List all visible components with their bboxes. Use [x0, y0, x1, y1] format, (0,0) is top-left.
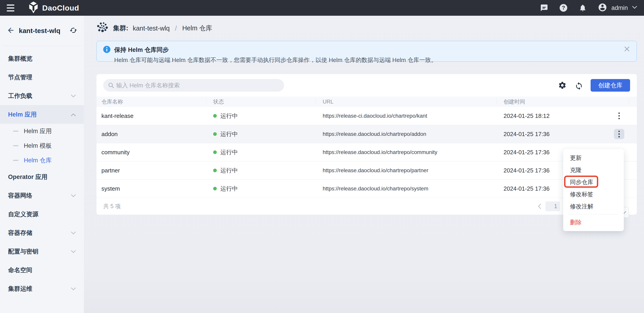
- chevron-down-icon: [71, 285, 76, 292]
- back-arrow-icon[interactable]: [7, 26, 15, 35]
- user-menu[interactable]: admin: [598, 3, 637, 13]
- table-row[interactable]: system 运行中 https://release.daocloud.io/c…: [96, 180, 637, 198]
- repo-url: https://release.daocloud.io/chartrepo/sy…: [316, 185, 497, 192]
- create-repo-button[interactable]: 创建仓库: [590, 79, 630, 92]
- menu-item-edit-annotations[interactable]: 修改注解: [563, 200, 624, 212]
- breadcrumb-separator: /: [174, 25, 178, 32]
- table-row[interactable]: kant-release 运行中 https://release-ci.daoc…: [96, 107, 637, 125]
- menu-item-edit-labels[interactable]: 修改标签: [563, 188, 624, 200]
- sidebar-item-cluster-ops[interactable]: 集群运维: [0, 279, 84, 298]
- sidebar-item-operator-apps[interactable]: Operator 应用: [0, 167, 84, 186]
- breadcrumb-cluster[interactable]: kant-test-wlq: [133, 25, 170, 32]
- column-header-actions: [609, 99, 629, 105]
- chevron-down-icon: [632, 6, 637, 10]
- close-icon[interactable]: [623, 45, 631, 53]
- sidebar-item-namespaces[interactable]: 命名空间: [0, 261, 84, 279]
- sidebar-item-node-management[interactable]: 节点管理: [0, 68, 84, 87]
- column-header-created: 创建时间: [497, 99, 609, 105]
- brand: DaoCloud: [28, 2, 79, 14]
- daocloud-console: DaoCloud ? admin: [0, 0, 644, 313]
- status-dot: [213, 150, 217, 154]
- status-badge: 运行中: [220, 167, 238, 174]
- menu-item-update[interactable]: 更新: [563, 152, 624, 164]
- sidebar-header: kant-test-wlq: [0, 16, 84, 46]
- created-time: 2024-01-25 17:36: [497, 131, 609, 138]
- status-dot: [213, 114, 217, 118]
- svg-text:?: ?: [562, 5, 565, 11]
- repo-url: https://release.daocloud.io/chartrepo/pa…: [316, 167, 497, 174]
- prev-page-icon[interactable]: [538, 203, 542, 209]
- banner-description: Helm 仓库可能与远端 Helm 仓库数据不一致，您需要手动执行同步仓库操作，…: [114, 56, 621, 64]
- table-row[interactable]: addon 运行中 https://release.daocloud.io/ch…: [96, 125, 637, 143]
- sidebar-item-workloads[interactable]: 工作负载: [0, 87, 84, 105]
- table-header: 仓库名称 状态 URL 创建时间: [96, 97, 637, 107]
- user-name: admin: [611, 5, 628, 12]
- helm-repo-card: 创建仓库 仓库名称 状态 URL 创建时间 kant-release 运行中 h…: [96, 74, 637, 215]
- row-actions-kebab-icon[interactable]: [614, 111, 624, 121]
- hamburger-menu-icon[interactable]: [7, 3, 18, 13]
- sidebar-item-container-storage[interactable]: 容器存储: [0, 223, 84, 242]
- sidebar-item-container-network[interactable]: 容器网络: [0, 186, 84, 205]
- column-header-url: URL: [316, 99, 497, 105]
- status-badge: 运行中: [220, 185, 238, 193]
- info-icon: [103, 46, 110, 54]
- card-toolbar: 创建仓库: [96, 74, 637, 97]
- column-header-name: 仓库名称: [96, 99, 206, 105]
- sidebar-item-helm-app[interactable]: Helm 应用: [0, 124, 84, 138]
- total-count: 共 5 项: [103, 202, 121, 210]
- switch-cluster-icon[interactable]: [70, 27, 77, 35]
- repo-name: partner: [96, 167, 206, 174]
- status-dot: [213, 187, 217, 190]
- status-dot: [213, 169, 217, 172]
- sidebar-item-helm-apps-group[interactable]: Helm 应用: [0, 105, 84, 124]
- repo-name: kant-release: [96, 113, 206, 119]
- top-bar: DaoCloud ? admin: [0, 0, 644, 16]
- breadcrumb-prefix: 集群:: [113, 24, 128, 33]
- breadcrumb: 集群: kant-test-wlq / Helm 仓库: [96, 16, 637, 41]
- created-time: 2024-01-25 18:12: [497, 113, 609, 119]
- chevron-down-icon: [71, 248, 76, 255]
- notifications-bell-icon[interactable]: [578, 4, 587, 12]
- repo-name: addon: [96, 131, 206, 138]
- cluster-dots-icon: [96, 22, 108, 35]
- chevron-down-icon: [71, 92, 76, 99]
- sync-info-banner: 保持 Helm 仓库同步 Helm 仓库可能与远端 Helm 仓库数据不一致，您…: [96, 41, 637, 62]
- dash-icon: [13, 131, 18, 132]
- help-icon[interactable]: ?: [559, 4, 568, 12]
- dash-icon: [13, 145, 18, 146]
- chevron-down-icon: [71, 192, 76, 199]
- dash-icon: [13, 160, 18, 161]
- sidebar-item-cluster-overview[interactable]: 集群概览: [0, 49, 84, 68]
- breadcrumb-current: Helm 仓库: [182, 24, 212, 33]
- refresh-icon[interactable]: [574, 80, 584, 90]
- menu-item-sync-repo[interactable]: 同步仓库: [563, 176, 624, 188]
- main-content: 集群: kant-test-wlq / Helm 仓库 保持 Helm 仓库同步: [84, 16, 644, 313]
- search-box: [103, 79, 284, 92]
- menu-item-clone[interactable]: 克隆: [563, 164, 624, 176]
- table-row[interactable]: community 运行中 https://release.daocloud.i…: [96, 143, 637, 161]
- table-row[interactable]: partner 运行中 https://release.daocloud.io/…: [96, 161, 637, 180]
- sidebar: kant-test-wlq 集群概览 节点管理 工作负载 Helm 应用 Hel…: [0, 16, 84, 313]
- search-icon: [108, 82, 114, 90]
- row-actions-kebab-icon[interactable]: [614, 129, 624, 139]
- avatar: [598, 3, 607, 13]
- messages-icon[interactable]: [540, 4, 548, 12]
- menu-item-delete[interactable]: 删除: [563, 216, 624, 228]
- sidebar-item-custom-resources[interactable]: 自定义资源: [0, 205, 84, 223]
- search-input[interactable]: [103, 79, 284, 92]
- page-number-input[interactable]: [546, 201, 560, 211]
- status-badge: 运行中: [220, 112, 238, 120]
- column-settings-gear-icon[interactable]: [558, 80, 567, 90]
- sidebar-item-helm-template[interactable]: Helm 模板: [0, 138, 84, 153]
- cluster-name: kant-test-wlq: [19, 27, 70, 35]
- top-bar-actions: ? admin: [540, 3, 637, 13]
- repo-name: system: [96, 185, 206, 192]
- divider: [568, 214, 618, 214]
- chevron-down-icon: [71, 229, 76, 236]
- repo-name: community: [96, 149, 206, 156]
- sidebar-item-config-secrets[interactable]: 配置与密钥: [0, 242, 84, 261]
- sidebar-item-helm-repo[interactable]: Helm 仓库: [0, 153, 84, 167]
- repo-url: https://release.daocloud.io/chartrepo/co…: [316, 149, 497, 155]
- brand-name: DaoCloud: [42, 4, 79, 12]
- status-dot: [213, 132, 217, 136]
